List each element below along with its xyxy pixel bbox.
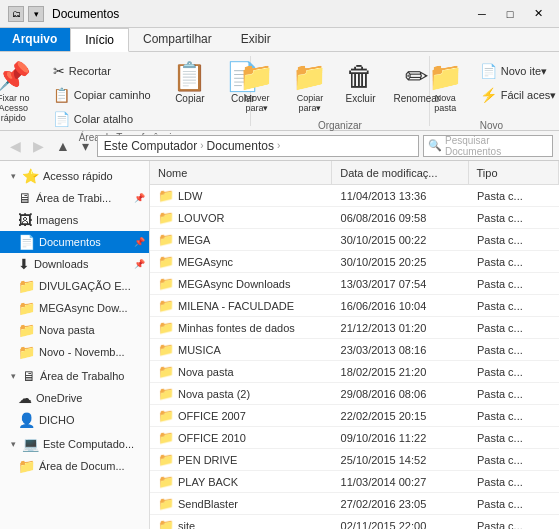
sidebar-item-nova-pasta[interactable]: 📁 Nova pasta — [0, 319, 149, 341]
folder-icon: 📁 — [158, 276, 174, 291]
table-row[interactable]: 📁PLAY BACK 11/03/2014 00:27 Pasta c... — [150, 471, 559, 493]
sidebar-section-este-computador: ▾ 💻 Este Computado... 📁 Área de Docum... — [0, 433, 149, 477]
file-date: 18/02/2015 21:20 — [333, 366, 469, 378]
maximize-button[interactable]: □ — [497, 4, 523, 24]
file-type: Pasta c... — [469, 476, 559, 488]
folder-icon: 📁 — [158, 254, 174, 269]
ribbon-btns-new: 📁 Novapasta 📄 Novo ite▾ ⚡ Fácil aces▾ — [421, 58, 559, 118]
breadcrumb-computer[interactable]: Este Computador — [104, 139, 197, 153]
table-row[interactable]: 📁OFFICE 2010 09/10/2016 11:22 Pasta c... — [150, 427, 559, 449]
sidebar-section-header-computador[interactable]: ▾ 💻 Este Computado... — [0, 433, 149, 455]
folder-icon: 📁 — [158, 496, 174, 511]
sidebar-item-downloads[interactable]: ⬇ Downloads 📌 — [0, 253, 149, 275]
sidebar-item-documentos[interactable]: 📄 Documentos 📌 — [0, 231, 149, 253]
table-row[interactable]: 📁LDW 11/04/2013 13:36 Pasta c... — [150, 185, 559, 207]
folder-icon: 📁 — [158, 408, 174, 423]
sidebar-item-area-docum[interactable]: 📁 Área de Docum... — [0, 455, 149, 477]
file-type: Pasta c... — [469, 498, 559, 510]
table-row[interactable]: 📁MILENA - FACULDADE 16/06/2016 10:04 Pas… — [150, 295, 559, 317]
cut-icon: ✂ — [53, 63, 65, 79]
copy-button[interactable]: 📋 Copiar — [165, 58, 214, 109]
file-date: 09/10/2016 11:22 — [333, 432, 469, 444]
table-row[interactable]: 📁PEN DRIVE 25/10/2015 14:52 Pasta c... — [150, 449, 559, 471]
table-row[interactable]: 📁LOUVOR 06/08/2016 09:58 Pasta c... — [150, 207, 559, 229]
cut-button[interactable]: ✂ Recortar — [47, 60, 157, 82]
pin-button[interactable]: 📌 Fixar noAcesso rápido — [0, 58, 38, 128]
table-row[interactable]: 📁MEGAsync Downloads 13/03/2017 07:54 Pas… — [150, 273, 559, 295]
file-type: Pasta c... — [469, 322, 559, 334]
downloads-label: Downloads — [34, 258, 88, 270]
col-header-date[interactable]: Data de modificaç... — [332, 161, 468, 184]
paste-shortcut-button[interactable]: 📄 Colar atalho — [47, 108, 157, 130]
new-item-button[interactable]: 📄 Novo ite▾ — [474, 60, 559, 82]
close-button[interactable]: ✕ — [525, 4, 551, 24]
col-header-type[interactable]: Tipo — [469, 161, 559, 184]
sidebar-item-megasync-dow[interactable]: 📁 MEGAsync Dow... — [0, 297, 149, 319]
file-name: 📁LOUVOR — [150, 210, 333, 225]
table-row[interactable]: 📁Nova pasta (2) 29/08/2016 08:06 Pasta c… — [150, 383, 559, 405]
folder-icon: 📁 — [158, 430, 174, 445]
col-header-name[interactable]: Nome — [150, 161, 332, 184]
sidebar-section-header-trabalho[interactable]: ▾ 🖥 Área de Trabalho — [0, 365, 149, 387]
file-date: 30/10/2015 20:25 — [333, 256, 469, 268]
paste-shortcut-icon: 📄 — [53, 111, 70, 127]
copy-path-button[interactable]: 📋 Copiar caminho — [47, 84, 157, 106]
file-type: Pasta c... — [469, 190, 559, 202]
ribbon-col-cut-copy-paste: ✂ Recortar 📋 Copiar caminho 📄 Colar atal… — [47, 58, 157, 130]
copy-to-button[interactable]: 📁 Copiarpara▾ — [285, 58, 334, 118]
sidebar-section-header-acesso[interactable]: ▾ ⭐ Acesso rápido — [0, 165, 149, 187]
sidebar-item-divulgacao[interactable]: 📁 DIVULGAÇÃO E... — [0, 275, 149, 297]
table-row[interactable]: 📁MEGAsync 30/10/2015 20:25 Pasta c... — [150, 251, 559, 273]
tab-compartilhar[interactable]: Compartilhar — [129, 28, 227, 51]
folder-icon: 📁 — [158, 452, 174, 467]
quick-access-icon[interactable]: ▾ — [28, 6, 44, 22]
new-folder-button[interactable]: 📁 Novapasta — [421, 58, 470, 118]
forward-button[interactable]: ▶ — [29, 136, 48, 156]
move-to-button[interactable]: 📁 Moverpara▾ — [232, 58, 281, 118]
novo-novemb-icon: 📁 — [18, 344, 35, 360]
table-row[interactable]: 📁Minhas fontes de dados 21/12/2013 01:20… — [150, 317, 559, 339]
sidebar-item-novo-novemb[interactable]: 📁 Novo - Novemb... — [0, 341, 149, 363]
folder-icon: 📁 — [158, 342, 174, 357]
search-box[interactable]: 🔍 Pesquisar Documentos — [423, 135, 553, 157]
back-button[interactable]: ◀ — [6, 136, 25, 156]
file-type: Pasta c... — [469, 454, 559, 466]
file-name: 📁MEGAsync Downloads — [150, 276, 333, 291]
sidebar-item-desktop[interactable]: 🖥 Área de Trabi... 📌 — [0, 187, 149, 209]
file-date: 02/11/2015 22:00 — [333, 520, 469, 530]
sidebar-section-acesso-rapido: ▾ ⭐ Acesso rápido 🖥 Área de Trabi... 📌 🖼… — [0, 165, 149, 363]
tab-inicio[interactable]: Início — [70, 28, 129, 52]
divulgacao-label: DIVULGAÇÃO E... — [39, 280, 131, 292]
table-row[interactable]: 📁MUSICA 23/03/2013 08:16 Pasta c... — [150, 339, 559, 361]
recent-locations-button[interactable]: ▾ — [78, 136, 93, 156]
file-list: Nome Data de modificaç... Tipo 📁LDW 11/0… — [150, 161, 559, 529]
sidebar-item-onedrive[interactable]: ☁ OneDrive — [0, 387, 149, 409]
file-name: 📁Nova pasta — [150, 364, 333, 379]
sidebar-item-dicho[interactable]: 👤 DICHO — [0, 409, 149, 431]
tab-exibir[interactable]: Exibir — [227, 28, 286, 51]
paste-shortcut-label: Colar atalho — [74, 113, 133, 125]
minimize-button[interactable]: ─ — [469, 4, 495, 24]
table-row[interactable]: 📁site 02/11/2015 22:00 Pasta c... — [150, 515, 559, 529]
easy-access-button[interactable]: ⚡ Fácil aces▾ — [474, 84, 559, 106]
up-button[interactable]: ▲ — [52, 136, 74, 156]
images-icon: 🖼 — [18, 212, 32, 228]
table-row[interactable]: 📁SendBlaster 27/02/2016 23:05 Pasta c... — [150, 493, 559, 515]
breadcrumb-documentos[interactable]: Documentos — [207, 139, 274, 153]
breadcrumb-bar[interactable]: Este Computador › Documentos › — [97, 135, 419, 157]
file-name: 📁MUSICA — [150, 342, 333, 357]
area-docum-icon: 📁 — [18, 458, 35, 474]
easy-access-label: Fácil aces▾ — [501, 89, 557, 102]
table-row[interactable]: 📁OFFICE 2007 22/02/2015 20:15 Pasta c... — [150, 405, 559, 427]
file-date: 30/10/2015 00:22 — [333, 234, 469, 246]
area-trabalho-label: Área de Trabalho — [40, 370, 124, 382]
file-date: 06/08/2016 09:58 — [333, 212, 469, 224]
table-row[interactable]: 📁Nova pasta 18/02/2015 21:20 Pasta c... — [150, 361, 559, 383]
table-row[interactable]: 📁MEGA 30/10/2015 00:22 Pasta c... — [150, 229, 559, 251]
delete-button[interactable]: 🗑 Excluir — [338, 58, 382, 109]
tab-arquivo[interactable]: Arquivo — [0, 28, 70, 51]
sidebar-item-images[interactable]: 🖼 Imagens — [0, 209, 149, 231]
divulgacao-icon: 📁 — [18, 278, 35, 294]
folder-icon: 📁 — [158, 210, 174, 225]
pin-label: Fixar noAcesso rápido — [0, 93, 31, 123]
